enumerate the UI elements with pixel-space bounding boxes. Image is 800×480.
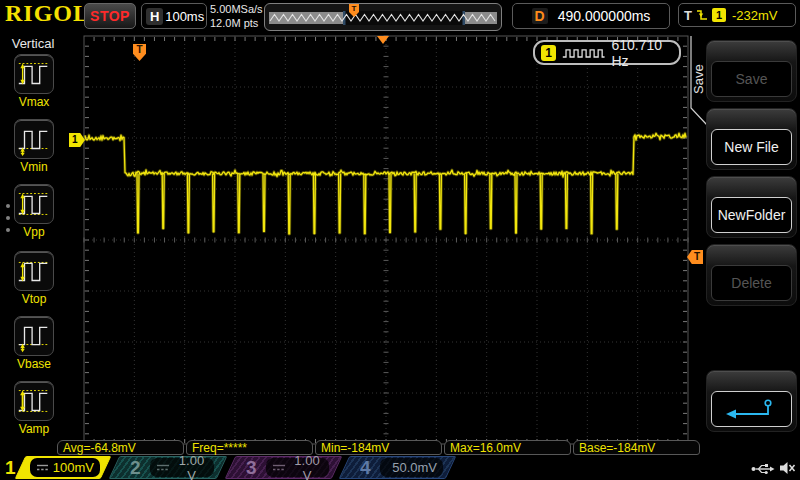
channel2-badge[interactable]: 2 1.00 V (112, 456, 226, 480)
measurement-base: Base=-184mV (573, 440, 700, 455)
new-file-button[interactable]: New File (706, 108, 797, 170)
channel3-settings: 1.00 V (266, 458, 329, 477)
channel-status-bar: 1 100mV 2 1.00 V 3 1.00 V (0, 456, 800, 480)
dc-coupling-icon (36, 463, 48, 472)
delete-button[interactable]: Delete (706, 244, 797, 306)
save-button-label: Save (711, 61, 792, 97)
channel1-settings: 100mV (30, 458, 100, 477)
measurement-min: Min=-184mV (315, 440, 442, 455)
channel4-settings: 50.0mV (380, 458, 443, 477)
counter-frequency-value: 610.710 Hz (611, 37, 679, 69)
speaker-muted-icon (779, 460, 796, 476)
horizontal-center-marker (377, 36, 389, 44)
channel3-number: 3 (246, 456, 257, 479)
back-button[interactable] (706, 370, 797, 432)
dc-coupling-icon (272, 463, 286, 472)
square-wave-icon (562, 46, 605, 60)
menu-tab-title: Save (691, 56, 706, 102)
new-folder-button-label: NewFolder (711, 197, 792, 233)
counter-channel-badge: 1 (541, 45, 556, 61)
new-file-button-label: New File (711, 129, 792, 165)
usb-icon (750, 462, 776, 476)
channel2-number: 2 (130, 456, 141, 479)
channel3-scale: 1.00 V (291, 453, 323, 480)
channel2-scale: 1.00 V (175, 453, 208, 480)
return-arrow-icon (723, 397, 781, 421)
channel3-badge[interactable]: 3 1.00 V (228, 456, 341, 480)
channel4-badge[interactable]: 4 50.0mV (342, 456, 455, 480)
oscilloscope-screen: { "brand": "RIGOL", "topbar": { "run_sta… (0, 0, 800, 480)
delete-button-label: Delete (711, 265, 792, 301)
channel1-number: 1 (5, 456, 16, 479)
channel1-scale: 100mV (53, 460, 94, 475)
channel2-settings: 1.00 V (150, 458, 214, 477)
save-button[interactable]: Save (706, 40, 797, 102)
channel4-scale: 50.0mV (392, 460, 437, 475)
measurement-avg: Avg=-64.8mV (57, 440, 184, 455)
graticule-display (0, 0, 800, 480)
frequency-counter-badge: 1 610.710 Hz (533, 40, 681, 65)
new-folder-button[interactable]: NewFolder (706, 176, 797, 238)
measurement-max: Max=16.0mV (444, 440, 571, 455)
dc-coupling-icon (156, 463, 170, 472)
dc-coupling-icon (386, 463, 387, 472)
channel4-number: 4 (360, 456, 371, 479)
channel1-badge[interactable]: 1 100mV (0, 456, 108, 480)
